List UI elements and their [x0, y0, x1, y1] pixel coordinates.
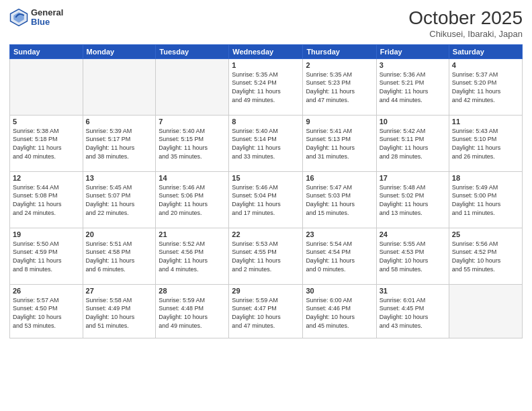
page: General Blue October 2025 Chikusei, Ibar… [0, 0, 532, 411]
day-number: 4 [452, 61, 519, 69]
day-number: 14 [159, 174, 226, 182]
day-number: 2 [306, 61, 373, 69]
day-number: 23 [306, 230, 373, 238]
day-info: Sunrise: 5:43 AM Sunset: 5:10 PM Dayligh… [452, 127, 519, 161]
col-wednesday: Wednesday [229, 44, 303, 58]
calendar-cell [83, 58, 156, 115]
day-info: Sunrise: 5:41 AM Sunset: 5:13 PM Dayligh… [306, 127, 373, 161]
calendar-table: Sunday Monday Tuesday Wednesday Thursday… [9, 44, 523, 338]
calendar-cell: 29Sunrise: 5:59 AM Sunset: 4:47 PM Dayli… [229, 284, 303, 338]
day-info: Sunrise: 5:55 AM Sunset: 4:53 PM Dayligh… [380, 240, 446, 273]
calendar-cell: 15Sunrise: 5:46 AM Sunset: 5:04 PM Dayli… [229, 171, 303, 228]
header-row: Sunday Monday Tuesday Wednesday Thursday… [10, 44, 523, 58]
calendar-cell: 17Sunrise: 5:48 AM Sunset: 5:02 PM Dayli… [376, 171, 449, 228]
calendar-cell: 19Sunrise: 5:50 AM Sunset: 4:59 PM Dayli… [10, 228, 83, 284]
day-info: Sunrise: 5:47 AM Sunset: 5:03 PM Dayligh… [306, 183, 373, 217]
calendar-cell: 13Sunrise: 5:45 AM Sunset: 5:07 PM Dayli… [83, 171, 156, 228]
calendar-week-3: 12Sunrise: 5:44 AM Sunset: 5:08 PM Dayli… [10, 171, 523, 228]
calendar-cell: 25Sunrise: 5:56 AM Sunset: 4:52 PM Dayli… [449, 228, 522, 284]
col-friday: Friday [376, 44, 449, 58]
day-info: Sunrise: 5:49 AM Sunset: 5:00 PM Dayligh… [452, 183, 519, 217]
day-info: Sunrise: 5:52 AM Sunset: 4:56 PM Dayligh… [159, 240, 226, 273]
title-block: October 2025 Chikusei, Ibaraki, Japan [408, 8, 523, 39]
calendar-week-4: 19Sunrise: 5:50 AM Sunset: 4:59 PM Dayli… [10, 228, 523, 284]
day-number: 15 [232, 174, 300, 182]
calendar-cell: 18Sunrise: 5:49 AM Sunset: 5:00 PM Dayli… [449, 171, 522, 228]
day-info: Sunrise: 5:58 AM Sunset: 4:49 PM Dayligh… [86, 296, 153, 330]
calendar-cell: 10Sunrise: 5:42 AM Sunset: 5:11 PM Dayli… [376, 115, 449, 171]
calendar-cell [10, 58, 83, 115]
day-info: Sunrise: 6:00 AM Sunset: 4:46 PM Dayligh… [306, 296, 373, 330]
day-number: 25 [452, 230, 519, 238]
calendar-cell: 23Sunrise: 5:54 AM Sunset: 4:54 PM Dayli… [303, 228, 376, 284]
calendar-week-2: 5Sunrise: 5:38 AM Sunset: 5:18 PM Daylig… [10, 115, 523, 171]
day-info: Sunrise: 5:42 AM Sunset: 5:11 PM Dayligh… [380, 127, 446, 161]
calendar-cell: 14Sunrise: 5:46 AM Sunset: 5:06 PM Dayli… [156, 171, 229, 228]
day-number: 20 [86, 230, 153, 238]
col-thursday: Thursday [303, 44, 376, 58]
col-saturday: Saturday [449, 44, 522, 58]
subtitle: Chikusei, Ibaraki, Japan [408, 29, 523, 39]
day-number: 17 [380, 174, 446, 182]
calendar-cell: 1Sunrise: 5:35 AM Sunset: 5:24 PM Daylig… [229, 58, 303, 115]
calendar-cell: 3Sunrise: 5:36 AM Sunset: 5:21 PM Daylig… [376, 58, 449, 115]
day-info: Sunrise: 5:56 AM Sunset: 4:52 PM Dayligh… [452, 240, 519, 273]
calendar-cell: 8Sunrise: 5:40 AM Sunset: 5:14 PM Daylig… [229, 115, 303, 171]
calendar-cell: 21Sunrise: 5:52 AM Sunset: 4:56 PM Dayli… [156, 228, 229, 284]
day-info: Sunrise: 5:36 AM Sunset: 5:21 PM Dayligh… [380, 71, 446, 104]
day-info: Sunrise: 5:59 AM Sunset: 4:48 PM Dayligh… [159, 296, 226, 330]
day-info: Sunrise: 5:48 AM Sunset: 5:02 PM Dayligh… [380, 183, 446, 217]
day-info: Sunrise: 5:50 AM Sunset: 4:59 PM Dayligh… [13, 240, 80, 273]
header: General Blue October 2025 Chikusei, Ibar… [9, 8, 523, 39]
calendar-cell: 20Sunrise: 5:51 AM Sunset: 4:58 PM Dayli… [83, 228, 156, 284]
day-number: 10 [380, 118, 446, 126]
calendar-cell: 28Sunrise: 5:59 AM Sunset: 4:48 PM Dayli… [156, 284, 229, 338]
logo-general-text: General [31, 8, 63, 17]
day-info: Sunrise: 6:01 AM Sunset: 4:45 PM Dayligh… [380, 296, 446, 330]
day-info: Sunrise: 5:57 AM Sunset: 4:50 PM Dayligh… [13, 296, 80, 330]
day-info: Sunrise: 5:51 AM Sunset: 4:58 PM Dayligh… [86, 240, 153, 273]
day-info: Sunrise: 5:54 AM Sunset: 4:54 PM Dayligh… [306, 240, 373, 273]
day-number: 30 [306, 287, 373, 295]
logo-text: General Blue [31, 8, 63, 28]
day-number: 24 [380, 230, 446, 238]
calendar-week-5: 26Sunrise: 5:57 AM Sunset: 4:50 PM Dayli… [10, 284, 523, 338]
calendar-cell: 27Sunrise: 5:58 AM Sunset: 4:49 PM Dayli… [83, 284, 156, 338]
calendar-cell: 22Sunrise: 5:53 AM Sunset: 4:55 PM Dayli… [229, 228, 303, 284]
calendar-cell: 2Sunrise: 5:35 AM Sunset: 5:23 PM Daylig… [303, 58, 376, 115]
col-tuesday: Tuesday [156, 44, 229, 58]
calendar-cell: 30Sunrise: 6:00 AM Sunset: 4:46 PM Dayli… [303, 284, 376, 338]
day-info: Sunrise: 5:44 AM Sunset: 5:08 PM Dayligh… [13, 183, 80, 217]
day-number: 31 [380, 287, 446, 295]
day-info: Sunrise: 5:35 AM Sunset: 5:24 PM Dayligh… [232, 71, 300, 104]
day-number: 1 [232, 61, 300, 69]
day-info: Sunrise: 5:46 AM Sunset: 5:06 PM Dayligh… [159, 183, 226, 217]
day-info: Sunrise: 5:39 AM Sunset: 5:17 PM Dayligh… [86, 127, 153, 161]
day-info: Sunrise: 5:46 AM Sunset: 5:04 PM Dayligh… [232, 183, 300, 217]
day-number: 6 [86, 118, 153, 126]
day-number: 27 [86, 287, 153, 295]
calendar-cell: 12Sunrise: 5:44 AM Sunset: 5:08 PM Dayli… [10, 171, 83, 228]
logo: General Blue [9, 8, 63, 28]
month-title: October 2025 [408, 8, 523, 29]
calendar-cell: 4Sunrise: 5:37 AM Sunset: 5:20 PM Daylig… [449, 58, 522, 115]
calendar-cell: 6Sunrise: 5:39 AM Sunset: 5:17 PM Daylig… [83, 115, 156, 171]
day-info: Sunrise: 5:45 AM Sunset: 5:07 PM Dayligh… [86, 183, 153, 217]
logo-icon [9, 8, 28, 27]
calendar-cell: 9Sunrise: 5:41 AM Sunset: 5:13 PM Daylig… [303, 115, 376, 171]
day-number: 22 [232, 230, 300, 238]
calendar-cell: 26Sunrise: 5:57 AM Sunset: 4:50 PM Dayli… [10, 284, 83, 338]
col-monday: Monday [83, 44, 156, 58]
day-number: 9 [306, 118, 373, 126]
calendar-cell: 5Sunrise: 5:38 AM Sunset: 5:18 PM Daylig… [10, 115, 83, 171]
day-info: Sunrise: 5:38 AM Sunset: 5:18 PM Dayligh… [13, 127, 80, 161]
day-number: 18 [452, 174, 519, 182]
calendar-cell: 16Sunrise: 5:47 AM Sunset: 5:03 PM Dayli… [303, 171, 376, 228]
day-number: 29 [232, 287, 300, 295]
day-info: Sunrise: 5:37 AM Sunset: 5:20 PM Dayligh… [452, 71, 519, 104]
calendar-cell: 24Sunrise: 5:55 AM Sunset: 4:53 PM Dayli… [376, 228, 449, 284]
day-info: Sunrise: 5:59 AM Sunset: 4:47 PM Dayligh… [232, 296, 300, 330]
day-number: 28 [159, 287, 226, 295]
day-number: 19 [13, 230, 80, 238]
calendar-cell: 7Sunrise: 5:40 AM Sunset: 5:15 PM Daylig… [156, 115, 229, 171]
